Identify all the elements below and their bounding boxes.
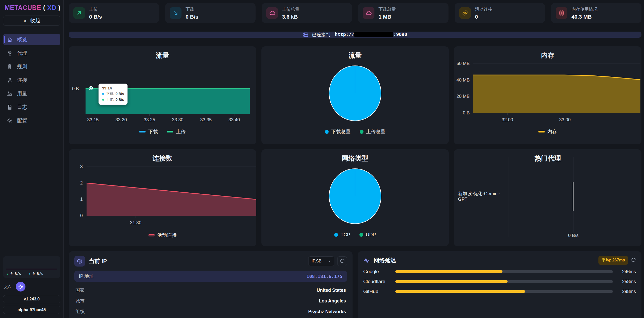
chart-title: 热门代理 [454, 154, 641, 163]
top-proxies-chart: 热门代理 新加坡-优化-Gemini-GPT 0 B/s [454, 149, 641, 246]
info-value: Los Angeles [319, 298, 346, 304]
sidebar-item-rules[interactable]: 规则 [3, 61, 60, 72]
legend-tcp[interactable]: TCP [334, 232, 350, 237]
stats-row: 上传 0 B/s 下载 0 B/s 上传总量 3.6 kB 下载总量 1 MB … [69, 3, 641, 23]
latency-bar-fill [395, 280, 508, 283]
info-label: 国家 [75, 287, 85, 293]
stat-card-upload: 上传 0 B/s [69, 3, 159, 23]
legend-pill-icon [538, 131, 545, 133]
sidebar-traffic-line [6, 269, 57, 269]
collapse-sidebar-button[interactable]: « 收起 [3, 16, 60, 26]
legend-upload[interactable]: 上传 [167, 128, 186, 135]
y-axis-tick: 3 [69, 164, 83, 169]
zero-value-bar [573, 182, 573, 211]
traffic-pie-chart: 流量 下载总量 上传总量 [261, 46, 449, 144]
connections-plot [69, 149, 256, 246]
sidebar-item-label: 代理 [17, 50, 27, 57]
home-icon [7, 37, 13, 43]
connection-status-label: 已连接到: [312, 32, 331, 38]
sidebar-item-usage[interactable]: 用量 [3, 88, 60, 99]
latency-bar-track [395, 290, 613, 293]
sidebar-traffic-chart: ↓ 0 B/s ↑ 0 B/s [3, 256, 60, 278]
logo-brand: METACUBE [5, 4, 41, 11]
stat-card-memory: 内存使用情况 40.3 MB [551, 3, 641, 23]
refresh-icon [631, 258, 636, 263]
log-file-icon [7, 104, 13, 110]
y-axis-tick: 0 [69, 213, 83, 218]
proxies-globe-icon [7, 50, 13, 56]
legend-download-total[interactable]: 下载总量 [325, 128, 351, 135]
gear-icon [7, 118, 13, 124]
stat-value: 0 B/s [89, 14, 102, 20]
logo-paren-close: ) [58, 4, 61, 11]
refresh-ip-button[interactable] [337, 256, 347, 266]
y-axis-tick: 1 [69, 197, 83, 202]
legend-download[interactable]: 下载 [139, 128, 158, 135]
language-icon[interactable]: 文A [4, 284, 11, 290]
average-latency-badge: 平均: 267ms [598, 256, 628, 265]
stat-card-upload-total: 上传总量 3.6 kB [262, 3, 352, 23]
sidebar-item-label: 规则 [17, 63, 27, 70]
cloud-download-icon [366, 10, 372, 16]
logo-paren-open: ( [43, 4, 45, 11]
x-axis-tick: 32:00 [502, 117, 513, 123]
ip-info-row: 组织 Psychz Networks [74, 306, 347, 317]
sidebar-item-config[interactable]: 配置 [3, 115, 60, 126]
y-axis-tick: 0 B [69, 86, 79, 91]
legend-udp[interactable]: UDP [359, 232, 376, 237]
info-value: United States [317, 288, 346, 293]
legend-memory[interactable]: 内存 [538, 128, 557, 135]
activity-pulse-icon [363, 257, 370, 264]
version-button[interactable]: v1.243.0 [3, 295, 60, 303]
globe-icon [77, 258, 83, 264]
download-dot-icon [102, 93, 104, 95]
latency-value: 298ms [618, 289, 636, 294]
latency-row: Cloudflare258ms [363, 279, 636, 284]
current-ip-panel: 当前 IP IP.SB IP 地址 108.181.6.175 国家 Unite [69, 251, 353, 318]
connections-chart: 连接数 活动连接 321031:30 [69, 149, 256, 246]
sidebar-spacer [3, 128, 60, 256]
x-axis-tick: 33:35 [200, 117, 212, 123]
chevron-down-icon [328, 259, 331, 263]
ip-address-label: IP 地址 [79, 273, 94, 279]
globe-icon-badge [74, 256, 85, 267]
refresh-latency-button[interactable] [631, 258, 636, 263]
y-axis-tick: 0 B [454, 110, 470, 116]
chart-title: 网络类型 [261, 154, 449, 163]
stat-label: 内存使用情况 [571, 6, 597, 12]
stat-value: 1 MB [379, 14, 396, 20]
legend-dot-icon [359, 233, 363, 237]
cloud-upload-icon [269, 10, 275, 16]
network-latency-panel: 网络延迟 平均: 267ms Google246msCloudflare258m… [358, 251, 641, 318]
connection-url: http://:9090 [335, 32, 407, 38]
ip-source-select[interactable]: IP.SB [308, 256, 334, 266]
panel-title: 当前 IP [89, 257, 107, 265]
sidebar-item-connections[interactable]: 连接 [3, 74, 60, 86]
stat-label: 上传总量 [282, 6, 299, 12]
down-arrow-icon: ↓ [6, 272, 8, 276]
latency-bar-track [395, 270, 613, 273]
sidebar-item-logs[interactable]: 日志 [3, 101, 60, 113]
logo-accent: XD [47, 4, 57, 11]
build-button[interactable]: alpha-97bce45 [3, 306, 60, 314]
x-axis-label: 0 B/s [568, 233, 579, 238]
stat-value: 3.6 kB [282, 14, 299, 20]
sidebar-item-label: 日志 [17, 104, 27, 111]
refresh-icon [340, 259, 345, 264]
palette-icon [18, 284, 23, 289]
sidebar-traffic-plot [6, 259, 57, 269]
latency-row: Google246ms [363, 269, 636, 274]
stat-card-download-total: 下载总量 1 MB [358, 3, 449, 23]
stat-label: 下载 [186, 6, 198, 12]
theme-palette-button[interactable] [16, 282, 25, 292]
y-axis-tick: 20 MB [454, 94, 470, 99]
app-logo: METACUBE ( XD ) [3, 4, 60, 16]
tooltip-time: 33:14 [102, 86, 124, 90]
latency-value: 258ms [618, 279, 636, 284]
usage-chart-icon [7, 91, 13, 97]
legend-active-connections[interactable]: 活动连接 [148, 232, 177, 238]
sidebar-item-proxies[interactable]: 代理 [3, 47, 60, 59]
sidebar-item-overview[interactable]: 概览 [3, 34, 60, 45]
legend-upload-total[interactable]: 上传总量 [360, 128, 385, 135]
proxy-category-label: 新加坡-优化-Gemini-GPT [458, 191, 501, 202]
